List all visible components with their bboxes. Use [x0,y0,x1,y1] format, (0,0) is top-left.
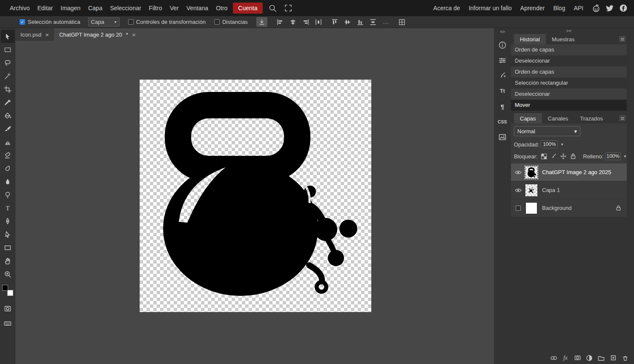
eraser-tool[interactable] [1,149,14,162]
background-color-swatch[interactable] [7,290,13,296]
distribute-h-button[interactable] [315,19,322,26]
menu-filtro[interactable]: Filtro [145,3,166,13]
link-layers-button[interactable] [550,354,557,361]
tab-historial[interactable]: Historial [514,34,546,44]
paint-bucket-tool[interactable] [1,109,14,122]
link-blog[interactable]: Blog [549,3,569,13]
layer-row-chatgpt-image[interactable]: ChatGPT Image 2 ago 2025 [511,163,627,181]
visibility-toggle[interactable] [511,206,525,211]
new-layer-button[interactable] [609,354,617,361]
transform-controls-label[interactable]: Controles de transformación [136,19,206,25]
layers-panel-menu-button[interactable] [620,115,625,121]
collapse-panels-right-icon[interactable]: >< [566,28,571,34]
target-select[interactable]: Capa ▾ [88,17,120,26]
lock-transparency-icon[interactable] [541,153,548,160]
document-canvas[interactable] [140,80,371,312]
close-icon[interactable]: × [45,32,49,38]
menu-archivo[interactable]: Archivo [6,3,34,13]
zoom-tool[interactable] [1,267,14,281]
search-icon[interactable] [268,3,278,13]
history-item[interactable]: Orden de capas [511,66,627,77]
image-panel-icon[interactable] [497,132,508,142]
align-bottom-button[interactable] [357,19,364,26]
menu-otro[interactable]: Otro [212,3,231,13]
rectangle-shape-tool[interactable] [1,241,14,254]
hand-tool[interactable] [1,254,14,267]
type-tool[interactable]: T [1,201,14,215]
path-select-tool[interactable] [1,228,14,241]
layer-thumbnail[interactable] [525,202,537,214]
menu-capa[interactable]: Capa [84,3,106,13]
character-panel-icon[interactable]: Tt [497,86,508,96]
auto-select-checkbox[interactable]: ✓ [20,19,25,25]
history-panel-menu-button[interactable] [620,36,625,42]
visibility-toggle[interactable] [511,170,525,175]
layer-row-background[interactable]: Background [511,199,627,217]
menu-imagen[interactable]: Imagen [57,3,84,13]
blur-tool[interactable] [1,175,14,188]
move-tool[interactable] [1,30,14,43]
crop-tool[interactable] [1,83,14,96]
tab-chatgpt-image[interactable]: ChatGPT Image 2 ago 20 * × [54,28,141,41]
layer-style-button[interactable]: fx [562,354,569,361]
blend-mode-select[interactable]: Normal ▾ [514,126,580,136]
link-acerca-de[interactable]: Acerca de [430,3,464,13]
paragraph-panel-icon[interactable]: ¶ [497,101,508,112]
brush-settings-icon[interactable] [497,71,508,81]
history-item[interactable]: Deseleccionar [511,55,627,66]
history-item[interactable]: Deseleccionar [511,89,627,100]
color-swatches[interactable] [2,285,13,296]
opacity-slider-icon[interactable]: ▼ [560,143,564,146]
layer-row-capa-1[interactable]: Capa 1 [511,181,627,199]
add-mask-button[interactable] [574,354,581,361]
arrange-viewports-button[interactable] [399,19,405,26]
close-icon[interactable]: × [132,32,136,38]
collapse-panels-left-icon[interactable]: <> [500,29,505,35]
history-item[interactable]: Orden de capas [511,44,627,55]
tab-capas[interactable]: Capas [514,113,542,123]
add-adjustment-button[interactable] [585,354,593,361]
more-options-button[interactable]: ... [383,19,389,25]
tab-trazados[interactable]: Trazados [574,113,609,123]
adjustments-icon[interactable] [497,55,508,66]
layer-thumbnail[interactable] [525,166,537,178]
facebook-icon[interactable] [619,3,628,13]
link-api[interactable]: API [570,3,587,13]
fullscreen-icon[interactable] [283,3,293,13]
clone-stamp-tool[interactable] [1,135,14,149]
distances-label[interactable]: Distancias [222,19,248,25]
delete-layer-button[interactable] [621,354,629,361]
history-item-selected[interactable]: Mover [511,100,627,111]
auto-select-label[interactable]: Selección automática [28,19,80,25]
tab-icon-psd[interactable]: Icon.psd × [15,28,54,41]
opacity-input[interactable]: 100% [541,140,558,148]
tab-canales[interactable]: Canales [542,113,574,123]
tab-muestras[interactable]: Muestras [546,34,580,44]
info-icon[interactable] [497,40,508,50]
layer-name[interactable]: ChatGPT Image 2 ago 2025 [542,169,611,175]
link-informar-fallo[interactable]: Informar un fallo [465,3,516,13]
menu-ventana[interactable]: Ventana [183,3,212,13]
smudge-tool[interactable] [1,162,14,175]
rectangle-select-tool[interactable] [1,43,14,56]
magic-wand-tool[interactable] [1,69,14,83]
fill-input[interactable]: 100% [605,152,621,160]
transform-controls-checkbox[interactable] [128,19,134,25]
align-left-button[interactable] [277,19,284,26]
menu-seleccionar[interactable]: Seleccionar [106,3,145,13]
align-middle-button[interactable] [344,19,351,26]
menu-editar[interactable]: Editar [34,3,57,13]
pen-tool[interactable] [1,215,14,228]
visibility-toggle[interactable] [511,188,525,193]
reddit-icon[interactable] [591,3,601,13]
lock-position-icon[interactable] [560,153,567,160]
lock-pixels-icon[interactable] [550,153,557,160]
lasso-tool[interactable] [1,56,14,69]
account-button[interactable]: Cuenta [233,3,262,14]
twitter-icon[interactable] [605,3,614,13]
layer-name[interactable]: Capa 1 [542,187,560,193]
quick-mask-tool[interactable] [1,302,14,315]
menu-ver[interactable]: Ver [166,3,183,13]
fill-slider-icon[interactable]: ▼ [623,155,627,158]
lock-all-icon[interactable] [570,153,577,160]
